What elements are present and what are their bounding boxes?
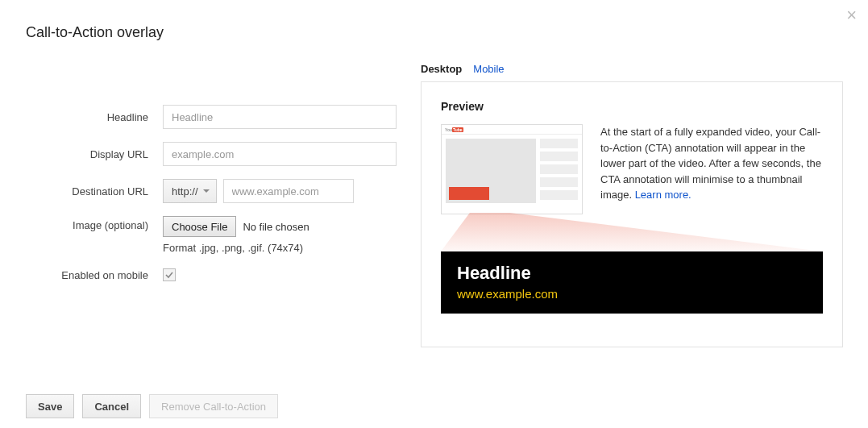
- mock-thumb: [540, 152, 578, 161]
- mock-cta-overlay-icon: [449, 187, 489, 200]
- mock-header: YouTube: [442, 125, 582, 135]
- destination-url-row: Destination URL http://: [26, 179, 397, 203]
- page-title: Call-to-Action overlay: [26, 24, 164, 41]
- svg-marker-0: [441, 213, 823, 251]
- close-icon[interactable]: ×: [846, 6, 857, 24]
- mock-thumb: [540, 139, 578, 148]
- cancel-button[interactable]: Cancel: [82, 394, 141, 418]
- mock-video: [446, 139, 536, 203]
- display-url-input[interactable]: [163, 142, 397, 166]
- learn-more-link[interactable]: Learn more.: [635, 189, 691, 201]
- form: Headline Display URL Destination URL htt…: [26, 105, 397, 294]
- preview-content: YouTube: [441, 124, 823, 214]
- protocol-value: http://: [172, 185, 198, 197]
- button-row: Save Cancel Remove Call-to-Action: [26, 394, 278, 418]
- display-url-row: Display URL: [26, 142, 397, 166]
- overlay-sample: Headline www.example.com: [441, 251, 823, 314]
- preview-panel: Preview YouTube: [421, 81, 843, 347]
- headline-label: Headline: [26, 111, 163, 123]
- remove-cta-button[interactable]: Remove Call-to-Action: [149, 394, 278, 418]
- headline-input[interactable]: [163, 105, 397, 129]
- preview-column: Desktop Mobile Preview YouTube: [421, 63, 843, 347]
- file-status: No file chosen: [243, 221, 309, 233]
- display-url-label: Display URL: [26, 148, 163, 160]
- yt-tube: Tube: [452, 127, 463, 132]
- protocol-dropdown[interactable]: http://: [163, 179, 217, 203]
- chevron-down-icon: [203, 189, 210, 193]
- tab-mobile[interactable]: Mobile: [473, 63, 504, 75]
- image-row: Image (optional) Choose File No file cho…: [26, 216, 397, 254]
- enabled-mobile-row: Enabled on mobile: [26, 268, 397, 281]
- destination-url-label: Destination URL: [26, 185, 163, 197]
- mock-thumb: [540, 190, 578, 200]
- image-format-note: Format .jpg, .png, .gif. (74x74): [163, 242, 309, 254]
- choose-file-button[interactable]: Choose File: [163, 216, 236, 237]
- image-label: Image (optional): [26, 216, 163, 231]
- preview-description-text: At the start of a fully expanded video, …: [600, 126, 821, 201]
- overlay-headline: Headline: [457, 263, 807, 284]
- enabled-mobile-label: Enabled on mobile: [26, 269, 163, 281]
- check-icon: [164, 270, 174, 280]
- youtube-logo-icon: YouTube: [445, 127, 463, 132]
- tab-desktop[interactable]: Desktop: [421, 63, 462, 75]
- mock-sidebar: [540, 139, 578, 203]
- preview-title: Preview: [441, 100, 823, 113]
- save-button[interactable]: Save: [26, 394, 74, 418]
- preview-mock: YouTube: [441, 124, 583, 214]
- image-control: Choose File No file chosen Format .jpg, …: [163, 216, 309, 254]
- headline-row: Headline: [26, 105, 397, 129]
- enabled-mobile-checkbox[interactable]: [163, 268, 176, 281]
- preview-description: At the start of a fully expanded video, …: [600, 124, 823, 203]
- destination-url-group: http://: [163, 179, 354, 203]
- mock-body: [442, 135, 582, 207]
- destination-url-input[interactable]: [223, 179, 354, 203]
- overlay-url: www.example.com: [457, 287, 807, 301]
- projection-beam-icon: [441, 213, 823, 251]
- mock-thumb: [540, 177, 578, 187]
- preview-tabs: Desktop Mobile: [421, 63, 843, 75]
- yt-you: You: [445, 127, 452, 132]
- mock-thumb: [540, 164, 578, 174]
- mock-browser: YouTube: [441, 124, 583, 214]
